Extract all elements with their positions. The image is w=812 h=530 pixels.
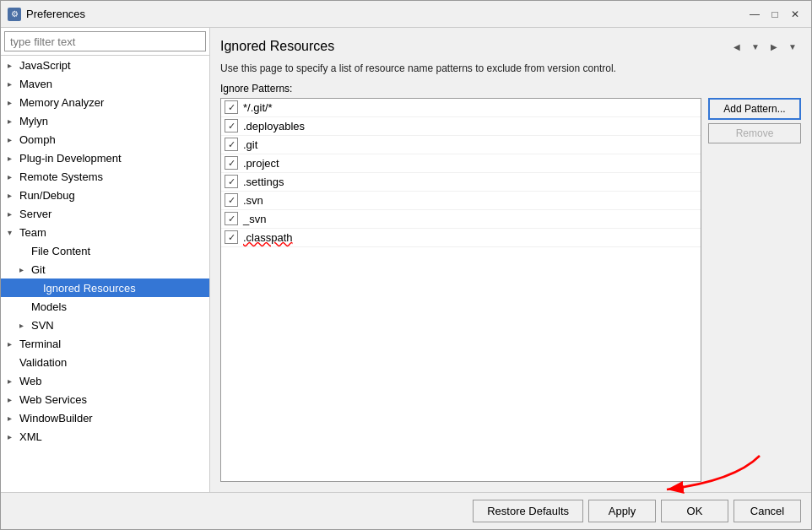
patterns-area: ✓*/.git/*✓.deployables✓.git✓.project✓.se… bbox=[220, 98, 801, 482]
tree-item-file-content[interactable]: File Content bbox=[1, 241, 209, 260]
tree-label-file-content: File Content bbox=[31, 245, 209, 257]
tree-arrow-web: ▸ bbox=[8, 376, 19, 386]
back-button[interactable]: ◀ bbox=[728, 38, 745, 55]
tree-item-svn[interactable]: ▸SVN bbox=[1, 316, 209, 334]
pattern-item-git-all[interactable]: ✓*/.git/* bbox=[221, 99, 701, 117]
tree-arrow-maven: ▸ bbox=[8, 79, 19, 89]
tree-arrow-xml: ▸ bbox=[8, 432, 19, 441]
tree-arrow-terminal: ▸ bbox=[8, 339, 19, 349]
tree-item-web-services[interactable]: ▸Web Services bbox=[1, 390, 209, 408]
tree-item-server[interactable]: ▸Server bbox=[1, 204, 209, 223]
left-panel: ▸JavaScript▸Maven▸Memory Analyzer▸Mylyn▸… bbox=[1, 28, 210, 492]
pattern-check-svn2[interactable]: ✓ bbox=[225, 212, 238, 225]
pattern-item-svn2[interactable]: ✓_svn bbox=[221, 210, 701, 229]
tree-item-validation[interactable]: Validation bbox=[1, 353, 209, 371]
tree-label-web: Web bbox=[19, 375, 209, 387]
pattern-item-project[interactable]: ✓.project bbox=[221, 154, 701, 173]
tree-item-git[interactable]: ▸Git bbox=[1, 260, 209, 279]
tree-item-ignored-resources[interactable]: Ignored Resources bbox=[1, 279, 209, 297]
tree-item-models[interactable]: Models bbox=[1, 297, 209, 316]
tree-item-team[interactable]: ▾Team bbox=[1, 223, 209, 241]
title-bar: ⚙ Preferences — □ ✕ bbox=[1, 1, 811, 28]
tree-arrow-memory-analyzer: ▸ bbox=[8, 98, 19, 107]
tree-arrow-web-services: ▸ bbox=[8, 395, 19, 404]
tree-arrow-window-builder: ▸ bbox=[8, 414, 19, 423]
cancel-button[interactable]: Cancel bbox=[734, 500, 801, 522]
remove-button[interactable]: Remove bbox=[708, 123, 801, 143]
pattern-item-classpath[interactable]: ✓.classpath bbox=[221, 229, 701, 247]
tree-item-web[interactable]: ▸Web bbox=[1, 371, 209, 390]
close-button[interactable]: ✕ bbox=[786, 5, 804, 24]
minimize-button[interactable]: — bbox=[745, 5, 764, 24]
tree-container: ▸JavaScript▸Maven▸Memory Analyzer▸Mylyn▸… bbox=[1, 56, 209, 446]
tree-label-server: Server bbox=[19, 208, 209, 220]
tree-arrow-mylyn: ▸ bbox=[8, 116, 19, 126]
tree-item-maven[interactable]: ▸Maven bbox=[1, 74, 209, 93]
window-controls: — □ ✕ bbox=[745, 5, 804, 24]
right-panel: Ignored Resources ◀ ▼ ▶ ▼ Use this page … bbox=[210, 28, 811, 492]
filter-input[interactable] bbox=[4, 31, 206, 51]
back-down-button[interactable]: ▼ bbox=[747, 38, 764, 55]
pattern-text-project: .project bbox=[243, 157, 279, 170]
pattern-check-git[interactable]: ✓ bbox=[225, 138, 238, 151]
tree-label-plugin-development: Plug-in Development bbox=[19, 152, 209, 165]
tree-label-memory-analyzer: Memory Analyzer bbox=[19, 96, 209, 109]
tree-item-mylyn[interactable]: ▸Mylyn bbox=[1, 111, 209, 130]
tree-label-javascript: JavaScript bbox=[19, 59, 209, 72]
tree-label-models: Models bbox=[31, 300, 209, 313]
main-content: ▸JavaScript▸Maven▸Memory Analyzer▸Mylyn▸… bbox=[1, 28, 811, 492]
nav-arrows: ◀ ▼ ▶ ▼ bbox=[728, 38, 801, 55]
preferences-window: ⚙ Preferences — □ ✕ ▸JavaScript▸Maven▸Me… bbox=[0, 0, 812, 530]
patterns-list: ✓*/.git/*✓.deployables✓.git✓.project✓.se… bbox=[220, 98, 701, 482]
window-icon: ⚙ bbox=[8, 8, 21, 21]
tree-label-mylyn: Mylyn bbox=[19, 115, 209, 127]
tree-item-plugin-development[interactable]: ▸Plug-in Development bbox=[1, 149, 209, 167]
panel-title: Ignored Resources bbox=[220, 39, 728, 54]
bottom-bar: Restore Defaults Apply OK Cancel bbox=[1, 492, 811, 529]
tree-label-window-builder: WindowBuilder bbox=[19, 412, 209, 425]
tree-label-remote-systems: Remote Systems bbox=[19, 170, 209, 183]
pattern-item-svn[interactable]: ✓.svn bbox=[221, 192, 701, 210]
tree-label-team: Team bbox=[19, 226, 209, 239]
patterns-buttons: Add Pattern... Remove bbox=[708, 98, 801, 482]
tree-arrow-javascript: ▸ bbox=[8, 61, 19, 70]
ok-button[interactable]: OK bbox=[661, 500, 728, 522]
tree-arrow-server: ▸ bbox=[8, 209, 19, 219]
tree-item-run-debug[interactable]: ▸Run/Debug bbox=[1, 186, 209, 204]
pattern-check-project[interactable]: ✓ bbox=[225, 156, 238, 170]
tree-arrow-oomph: ▸ bbox=[8, 135, 19, 144]
tree-item-window-builder[interactable]: ▸WindowBuilder bbox=[1, 408, 209, 427]
forward-button[interactable]: ▶ bbox=[766, 38, 782, 55]
pattern-item-deployables[interactable]: ✓.deployables bbox=[221, 117, 701, 136]
tree-label-maven: Maven bbox=[19, 78, 209, 90]
tree-item-xml[interactable]: ▸XML bbox=[1, 427, 209, 446]
pattern-check-classpath[interactable]: ✓ bbox=[225, 230, 238, 244]
tree-item-javascript[interactable]: ▸JavaScript bbox=[1, 56, 209, 74]
apply-button[interactable]: Apply bbox=[588, 500, 656, 522]
pattern-check-deployables[interactable]: ✓ bbox=[225, 119, 238, 132]
pattern-check-svn[interactable]: ✓ bbox=[225, 193, 238, 207]
forward-down-button[interactable]: ▼ bbox=[784, 38, 801, 55]
pattern-check-git-all[interactable]: ✓ bbox=[225, 100, 238, 114]
pattern-item-git[interactable]: ✓.git bbox=[221, 136, 701, 154]
pattern-text-svn2: _svn bbox=[243, 213, 266, 225]
pattern-text-deployables: .deployables bbox=[243, 120, 305, 132]
tree-item-terminal[interactable]: ▸Terminal bbox=[1, 334, 209, 353]
tree-arrow-run-debug: ▸ bbox=[8, 191, 19, 200]
tree-item-remote-systems[interactable]: ▸Remote Systems bbox=[1, 167, 209, 186]
tree-label-validation: Validation bbox=[19, 356, 209, 369]
tree-item-oomph[interactable]: ▸Oomph bbox=[1, 130, 209, 149]
pattern-text-git: .git bbox=[243, 138, 257, 151]
pattern-text-git-all: */.git/* bbox=[243, 101, 273, 114]
tree-arrow-remote-systems: ▸ bbox=[8, 172, 19, 181]
tree-item-memory-analyzer[interactable]: ▸Memory Analyzer bbox=[1, 93, 209, 111]
pattern-check-settings[interactable]: ✓ bbox=[225, 175, 238, 188]
add-pattern-button[interactable]: Add Pattern... bbox=[708, 98, 801, 120]
tree-arrow-svn: ▸ bbox=[19, 321, 31, 330]
maximize-button[interactable]: □ bbox=[766, 5, 784, 24]
panel-description: Use this page to specify a list of resou… bbox=[220, 62, 801, 76]
restore-defaults-button[interactable]: Restore Defaults bbox=[473, 500, 583, 522]
tree-label-run-debug: Run/Debug bbox=[19, 189, 209, 202]
tree-label-svn: SVN bbox=[31, 319, 209, 332]
pattern-item-settings[interactable]: ✓.settings bbox=[221, 173, 701, 192]
